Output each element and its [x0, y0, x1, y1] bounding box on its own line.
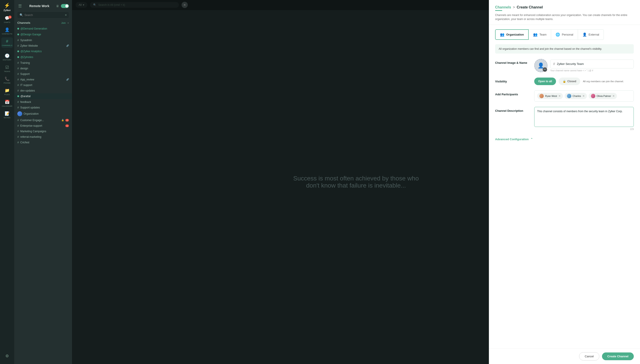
toggle-knob — [65, 4, 68, 8]
channel-item-organization[interactable]: Organization ··· — [14, 110, 72, 117]
visibility-label: Visibility — [495, 78, 531, 83]
nav-item-tasks[interactable]: ☑ TASKS — [1, 63, 13, 74]
channel-name: Support — [20, 72, 69, 76]
hamburger-icon[interactable]: ☰ — [17, 3, 23, 9]
olivia-remove[interactable]: ✕ — [612, 94, 615, 98]
charles-remove[interactable]: ✕ — [582, 94, 585, 98]
channel-avatar[interactable]: 👤 📷 — [534, 59, 548, 72]
channel-description-input[interactable]: This channel consists of members from th… — [534, 107, 634, 127]
modal-body: 👥 Organization 👥 Team 🌐 Personal 👤 Exter… — [489, 25, 640, 348]
notes-icon: 📝 — [5, 111, 10, 116]
tab-organization[interactable]: 👥 Organization — [495, 29, 529, 40]
calendar-icon: 📅 — [5, 100, 10, 104]
channel-item-zylker-analytics[interactable]: @Zylker Analytics ··· — [14, 48, 72, 54]
olivia-name: Olivia Palmer — [597, 95, 611, 97]
channel-item-support[interactable]: # Support — [14, 71, 72, 77]
motivation-text: Success is most often achieved by those … — [284, 166, 428, 198]
channel-item-support-updates[interactable]: # Support updates — [14, 105, 72, 110]
cancel-button[interactable]: Cancel — [579, 352, 599, 360]
channel-item-design-garage[interactable]: @Design Garage ··· — [14, 32, 72, 37]
team-tab-label: Team — [539, 33, 546, 36]
phone-icon: 📞 — [5, 76, 10, 81]
chats-badge: 3 — [8, 16, 12, 19]
nav-item-files[interactable]: 📁 FILES — [1, 86, 13, 97]
channel-item-marketing-campaigns[interactable]: # Marketing Campaigns — [14, 128, 72, 134]
tab-personal[interactable]: 🌐 Personal — [551, 29, 578, 40]
nav-item-channels[interactable]: # CHANNELS — [1, 37, 13, 48]
channel-item-app-review[interactable]: # App_review 🔗 — [14, 77, 72, 82]
nav-item-phone[interactable]: 📞 PHONE — [1, 75, 13, 86]
advanced-configuration-link[interactable]: Advanced Configuration ⌃ — [495, 136, 634, 143]
channel-name: @Demand Generation — [20, 27, 65, 30]
modal-footer: Cancel Create Channel — [489, 348, 640, 364]
nav-item-settings[interactable]: ⚙ — [1, 351, 13, 361]
channel-badge: 1 — [65, 124, 69, 127]
channel-item-referral-marketing[interactable]: # referral-marketing — [14, 134, 72, 140]
visibility-row: Visibility Open to all 🔒 Closed All org … — [495, 78, 634, 85]
nav-item-history[interactable]: 🕐 HISTORY — [1, 52, 13, 62]
channel-item-feedback[interactable]: # feedback — [14, 99, 72, 105]
add-channel-icon[interactable]: + — [68, 22, 69, 24]
channel-dot — [17, 28, 19, 30]
channel-item-cricfest[interactable]: # Cricfest — [14, 140, 72, 145]
description-char-count: 229 — [534, 128, 634, 130]
channel-item-demand-gen[interactable]: @Demand Generation ··· — [14, 26, 72, 32]
ryan-west-remove[interactable]: ✕ — [558, 94, 561, 98]
visibility-options: Open to all 🔒 Closed All org members can… — [534, 78, 634, 85]
filter-icon[interactable]: ≡ — [65, 13, 67, 17]
visibility-closed-btn[interactable]: 🔒 Closed — [559, 78, 580, 85]
monitor-icon[interactable]: 🖥 — [56, 4, 59, 8]
hash-icon: # — [17, 106, 19, 109]
nav-item-notes[interactable]: 📝 NOTES — [1, 110, 13, 120]
channel-name-input[interactable] — [557, 62, 631, 66]
hash-icon: # — [17, 61, 19, 64]
chevron-up-icon: ⌃ — [530, 138, 533, 141]
channel-item-it-support[interactable]: # IT support — [14, 82, 72, 88]
channel-name: Marketing Campaigns — [20, 130, 69, 133]
nav-item-chats[interactable]: 💬 CHATS 3 — [1, 14, 13, 25]
channel-item-dev-updates[interactable]: # dev-updates — [14, 88, 72, 93]
channel-item-zylnotes[interactable]: @Zylnotes ··· — [14, 54, 72, 60]
channel-name: Zylker Website — [20, 44, 65, 47]
tab-external[interactable]: 👤 External — [578, 29, 604, 40]
channel-dot — [17, 34, 19, 35]
create-channel-button[interactable]: Create Channel — [602, 352, 634, 360]
search-input[interactable] — [24, 14, 64, 17]
contacts-icon: 👤 — [5, 27, 10, 32]
charles-avatar — [567, 94, 571, 98]
tab-team[interactable]: 👥 Team — [529, 29, 551, 40]
channel-name: Organization — [24, 112, 65, 115]
search-bar[interactable]: 🔍 ≡ — [17, 12, 69, 18]
channel-name: Cricfest — [20, 141, 69, 144]
logo-icon: ⚡ — [4, 3, 10, 8]
participants-box[interactable]: Ryan West ✕ Charles ✕ Olivia Palmer ✕ — [534, 90, 634, 102]
channel-item-enterprise-support[interactable]: # Enterprise-support 1 — [14, 123, 72, 128]
search-icon: 🔍 — [20, 13, 23, 17]
nav-item-calendar[interactable]: 📅 CALENDAR — [1, 98, 13, 109]
channel-name: Support updates — [20, 106, 69, 109]
lock-icon: 🔒 — [61, 119, 64, 121]
channel-list: @Demand Generation ··· @Design Garage ··… — [14, 26, 72, 364]
create-channel-modal: Channels > Create Channel Channels are m… — [489, 0, 640, 364]
channel-item-arattal[interactable]: @arattal ··· — [14, 93, 72, 99]
workspace-name: Remote Work — [29, 4, 49, 8]
channel-image-name-row: Channel Image & Name 👤 📷 # — [495, 59, 634, 72]
notes-label: NOTES — [4, 117, 10, 119]
nav-item-contacts[interactable]: 👤 CONTACTS — [1, 26, 13, 36]
channel-item-customer-engage[interactable]: # Customer Engage... 🔒 2 — [14, 117, 72, 123]
app-logo: ⚡ Zylker — [4, 3, 11, 12]
hash-icon: # — [17, 89, 19, 92]
channel-item-training[interactable]: # Training — [14, 60, 72, 66]
channels-label: CHANNELS — [2, 44, 12, 46]
join-link[interactable]: Join — [61, 22, 66, 24]
channel-name: @Zylnotes — [20, 56, 65, 59]
visibility-open-btn[interactable]: Open to all — [534, 78, 556, 85]
breadcrumb-channels: Channels — [495, 5, 511, 9]
closed-label: Closed — [567, 80, 576, 83]
link-icon: 🔗 — [66, 44, 69, 47]
workspace-toggle[interactable] — [61, 4, 69, 8]
channel-item-design[interactable]: # design — [14, 66, 72, 71]
channel-item-zylker-website[interactable]: # Zylker Website 🔗 — [14, 43, 72, 48]
channel-name: design — [20, 67, 69, 70]
channel-item-sysadmin[interactable]: # Sysadmin — [14, 37, 72, 43]
